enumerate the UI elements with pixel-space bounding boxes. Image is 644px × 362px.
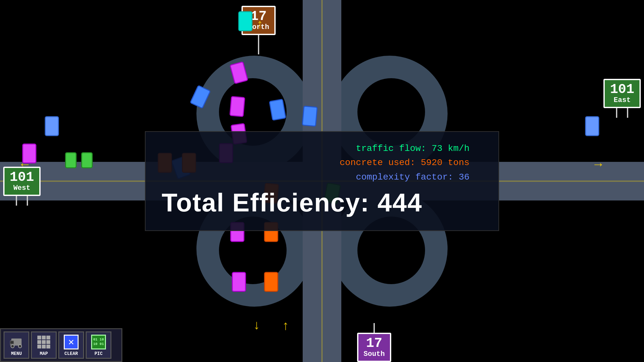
sign-101-west-number: 101 [10,171,34,184]
x-icon: ✕ [64,335,79,349]
menu-icon [9,334,24,350]
map-icon [36,334,52,350]
sign-post-north2 [258,45,259,54]
car-pink-2 [229,96,245,117]
sign-box-101-east: 101 East [603,79,641,108]
concrete-label-txt: concrete used: [340,158,415,168]
traffic-value-txt: 73 km/h [431,143,469,153]
sign-101-east-direction: East [610,96,634,104]
pic-label: PIC [94,351,102,356]
sign-post-west2 [27,196,28,206]
menu-label: MENU [11,351,22,356]
sign-post-south [374,323,375,333]
clear-button[interactable]: ✕ CLEAR [58,331,84,359]
sign-post-west1 [16,196,17,206]
sign-post-east2 [627,108,628,118]
traffic-label-txt: traffic flow: [356,143,426,153]
toolbar: MENU MAP ✕ CLEAR 01 1 [0,328,122,362]
arrow-up-north: ↑ [256,18,264,32]
pic-icon-display: 01 1010 01 [91,335,106,349]
arrow-right-east: → [594,158,602,172]
complexity-value-txt: 36 [459,172,469,182]
svg-rect-2 [10,341,14,344]
sign-101-west: 101 West [3,167,41,206]
car-blue-east [585,116,599,136]
stats-display: traffic flow: 73 km/h concrete used: 592… [162,141,482,184]
svg-point-4 [18,345,22,348]
map-button[interactable]: MAP [31,331,57,359]
car-green-west-sm [65,152,77,168]
menu-button[interactable]: MENU [4,331,29,359]
sign-101-east-number: 101 [610,83,634,96]
sign-101-west-direction: West [10,184,34,192]
car-blue-west [45,116,59,136]
svg-point-3 [11,345,14,348]
sign-101-east: 101 East [603,79,641,118]
truck-svg [9,335,24,349]
car-pink-west [22,144,36,163]
pic-icon: 01 1010 01 [91,334,106,350]
sign-box-17-south: 17 South [357,333,391,362]
grid-icon [37,336,50,348]
efficiency-display: Total Efficiency: 444 [162,188,482,218]
concrete-value-txt: 5920 tons [421,158,469,168]
car-green-west-sm2 [81,152,93,168]
sign-post-east1 [616,108,617,118]
clear-icon: ✕ [63,334,79,350]
map-label: MAP [40,351,48,356]
sign-post-north [258,35,259,45]
car-cyan-1 [238,11,252,31]
sign-17-south: 17 South [357,323,391,362]
car-orange-3 [264,272,278,292]
sign-17-south-direction: South [364,350,385,358]
complexity-label-txt: complexity factor: [356,172,453,182]
arrow-down-south: ↓ [253,319,260,333]
car-pink-6 [232,272,246,292]
pic-button[interactable]: 01 1010 01 PIC [86,331,111,359]
clear-label: CLEAR [64,351,78,356]
arrow-up-south2: ↑ [282,319,289,334]
sign-17-south-number: 17 [364,337,385,350]
car-blue-3 [302,106,317,127]
result-overlay: traffic flow: 73 km/h concrete used: 592… [145,131,499,231]
